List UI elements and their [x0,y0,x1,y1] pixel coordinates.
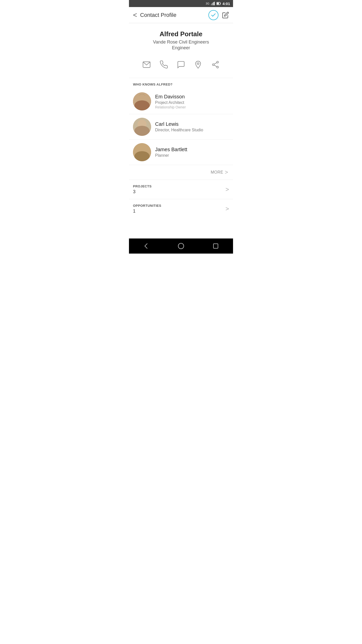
svg-point-33 [139,146,145,149]
opportunities-content: OPPORTUNITIES 1 [133,204,225,214]
nav-recents-button[interactable] [208,240,223,252]
svg-point-25 [139,120,145,124]
opportunities-section[interactable]: OPPORTUNITIES 1 > [129,199,233,218]
contact-subtitle-em: Relationship Owner [155,105,229,109]
svg-rect-36 [213,244,218,248]
edit-button[interactable] [222,12,229,19]
svg-point-31 [136,155,148,161]
nav-bar: < Contact Profile [129,7,233,23]
contact-item-em[interactable]: Em Davisson Project Architect Relationsh… [129,89,233,114]
svg-point-30 [139,146,146,153]
check-button[interactable] [208,10,218,20]
svg-point-17 [139,96,145,102]
contact-item-james[interactable]: James Bartlett Planner [129,140,233,165]
back-button[interactable]: < [133,12,137,19]
more-chevron-icon: > [225,169,228,176]
svg-point-9 [217,61,218,63]
signal-indicator: 3G [206,2,209,5]
contact-info-james: James Bartlett Planner [155,147,229,158]
contact-title-james: Planner [155,153,229,158]
svg-point-15 [139,95,146,102]
contact-company: Vande Rose Civil Engineers [133,39,229,45]
contact-role: Engineer [133,45,229,51]
contact-title-carl: Director, Healthcare Studio [155,128,229,132]
svg-point-32 [139,147,145,153]
battery-icon [216,2,221,5]
svg-point-8 [197,63,199,64]
contact-info-carl: Carl Lewis Director, Healthcare Studio [155,121,229,133]
clock: 4:01 [222,2,230,6]
svg-line-13 [214,65,217,67]
opportunities-count: 1 [133,209,225,214]
contact-name-em: Em Davisson [155,94,229,100]
action-icons-row [133,57,229,73]
contact-name-james: James Bartlett [155,147,229,152]
svg-point-18 [139,94,146,99]
share-button[interactable] [209,59,221,71]
projects-chevron-icon: > [225,186,229,193]
opportunities-label: OPPORTUNITIES [133,204,225,208]
svg-point-23 [136,129,148,136]
more-label: MORE [211,170,223,175]
svg-rect-5 [220,3,221,4]
more-button[interactable]: MORE > [129,165,233,180]
svg-rect-6 [217,3,219,5]
email-button[interactable] [141,59,153,71]
chat-button[interactable] [175,59,187,71]
svg-point-34 [140,151,144,152]
nav-actions [208,10,229,20]
svg-point-29 [133,143,151,161]
projects-section[interactable]: PROJECTS 3 > [129,180,233,199]
svg-point-14 [133,92,151,110]
projects-count: 3 [133,189,225,194]
page-title: Contact Profile [140,12,208,18]
projects-label: PROJECTS [133,184,225,188]
spacer [129,218,233,238]
contact-name-carl: Carl Lewis [155,121,229,127]
svg-point-24 [139,121,145,127]
who-knows-label: WHO KNOWS ALFRED? [129,78,233,89]
svg-rect-0 [211,4,212,5]
nav-back-button[interactable] [139,240,154,252]
status-bar: 3G 4:01 [129,0,233,7]
location-button[interactable] [192,59,204,71]
avatar-carl [133,118,151,136]
contact-title-em: Project Architect [155,100,229,105]
svg-line-12 [214,63,217,64]
svg-rect-1 [212,3,213,5]
svg-point-19 [138,97,140,102]
svg-point-20 [144,97,146,102]
contact-info-em: Em Davisson Project Architect Relationsh… [155,94,229,109]
avatar-james [133,143,151,161]
avatar-em [133,92,151,110]
projects-content: PROJECTS 3 [133,184,225,194]
svg-point-11 [217,66,218,68]
nav-home-button[interactable] [173,240,189,252]
svg-rect-2 [213,2,214,5]
svg-rect-26 [139,124,141,126]
opportunities-chevron-icon: > [225,205,229,212]
svg-point-10 [212,64,214,65]
svg-rect-27 [143,124,145,126]
svg-rect-3 [214,2,215,5]
phone-button[interactable] [158,59,170,71]
profile-section: Alfred Portale Vande Rose Civil Engineer… [129,23,233,78]
svg-point-16 [136,104,148,110]
who-knows-section: WHO KNOWS ALFRED? Em Davisson Project Ar… [129,78,233,180]
svg-point-22 [139,121,146,128]
svg-point-21 [133,118,151,136]
contact-name: Alfred Portale [133,30,229,38]
signal-bars-icon [211,2,215,5]
svg-point-35 [178,243,184,249]
contact-item-carl[interactable]: Carl Lewis Director, Healthcare Studio [129,114,233,140]
bottom-nav [129,238,233,254]
